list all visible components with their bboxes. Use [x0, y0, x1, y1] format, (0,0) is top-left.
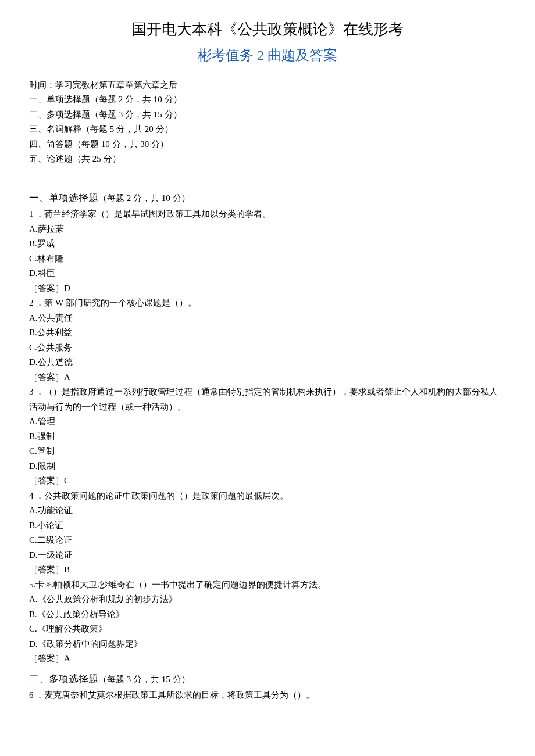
info-line-5: 五、论述题（共 25 分） — [29, 152, 506, 167]
section-1-heading-note: （每题 2 分，共 10 分） — [98, 194, 190, 203]
q4-option-c: C.二级论证 — [29, 533, 506, 548]
q4-option-a: A.功能论证 — [29, 503, 506, 518]
q2-option-d: D.公共道德 — [29, 355, 506, 370]
section-1-heading-prefix: 一、单项选择题 — [29, 192, 98, 203]
q5-text: 5.卡%.帕顿和大卫.沙维奇在（）一书中提出了确定问题边界的便捷计算方法。 — [29, 578, 506, 593]
q6-text: 6 ．麦克唐奈和艾莫尔根据政策工具所欲求的目标，将政策工具分为（）。 — [29, 688, 506, 703]
q1-option-c: C.林布隆 — [29, 252, 506, 267]
q4-option-d: D.一级论证 — [29, 548, 506, 563]
q2-option-b: B.公共利益 — [29, 325, 506, 341]
q2-option-c: C.公共服务 — [29, 341, 506, 356]
q1-option-d: D.科臣 — [29, 266, 506, 281]
info-time: 时间：学习完教材第五章至第六章之后 — [29, 78, 506, 93]
section-2-heading-prefix: 二、多项选择题 — [29, 673, 98, 685]
q1-option-a: A.萨拉蒙 — [29, 222, 506, 237]
q2-text: 2 ．第 W 部门研究的一个核心课题是（）。 — [29, 296, 506, 311]
q3-option-c: C.管制 — [29, 444, 506, 459]
q4-answer: ［答案］B — [29, 562, 506, 578]
q2-option-a: A.公共责任 — [29, 311, 506, 326]
q3-option-d: D.限制 — [29, 459, 506, 474]
q5-option-b: B.《公共政策分析导论》 — [29, 607, 506, 622]
q5-option-d: D.《政策分析中的问题界定》 — [29, 637, 506, 652]
section-2-heading: 二、多项选择题（每题 3 分，共 15 分） — [29, 671, 506, 687]
q5-option-c: C.《理解公共政策》 — [29, 622, 506, 637]
info-line-2: 二、多项选择题（每题 3 分，共 15 分） — [29, 108, 506, 123]
q3-option-a: A.管理 — [29, 414, 506, 429]
section-1-heading: 一、单项选择题（每题 2 分，共 10 分） — [29, 190, 506, 206]
page-subtitle: 彬考值务 2 曲题及答案 — [29, 44, 506, 66]
info-line-4: 四、简答题（每题 10 分，共 30 分） — [29, 137, 506, 152]
q1-option-b: B.罗威 — [29, 237, 506, 252]
q1-answer: ［答案］D — [29, 281, 506, 296]
q4-text: 4 ．公共政策问题的论证中政策问题的（）是政策问题的最低层次。 — [29, 489, 506, 504]
q3-answer: ［答案］C — [29, 474, 506, 489]
q3-text: 3 ．（）是指政府通过一系列行政管理过程（通常由特别指定的管制机构来执行），要求… — [29, 385, 506, 414]
info-line-3: 三、名词解释（每题 5 分，共 20 分） — [29, 122, 506, 137]
page-title: 国开电大本科《公共政策概论》在线形考 — [29, 17, 506, 42]
q5-answer: ［答案］A — [29, 651, 506, 667]
section-2-heading-note: （每题 3 分，共 15 分） — [98, 675, 190, 684]
q2-answer: ［答案］A — [29, 370, 506, 385]
q4-option-b: B.小论证 — [29, 518, 506, 533]
q1-text: 1 ．荷兰经济学家（）是最早试图对政策工具加以分类的学者。 — [29, 207, 506, 222]
info-line-1: 一、单项选择题（每题 2 分，共 10 分） — [29, 92, 506, 108]
q5-option-a: A.《公共政策分析和规划的初步方法》 — [29, 592, 506, 607]
info-block: 时间：学习完教材第五章至第六章之后 一、单项选择题（每题 2 分，共 10 分）… — [29, 78, 506, 167]
q3-option-b: B.强制 — [29, 429, 506, 445]
